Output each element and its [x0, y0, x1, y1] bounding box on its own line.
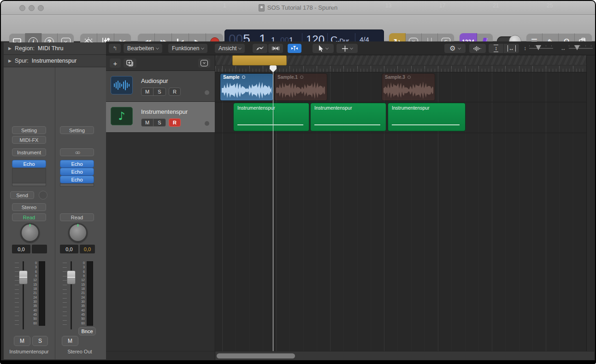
right-strip-mute-button[interactable]: M	[62, 336, 78, 346]
bounce-button[interactable]: Bnce	[78, 327, 96, 335]
waveform	[275, 80, 326, 100]
track-inspector-label: Spur:	[15, 58, 29, 64]
duplicate-track-button[interactable]	[124, 59, 136, 68]
track-mute-button[interactable]: M	[142, 88, 153, 95]
audio-region-sample-1[interactable]: Sample.1	[274, 73, 327, 101]
db-scale-value: 21	[30, 291, 37, 294]
left-fader-thumb[interactable]	[19, 270, 28, 284]
right-fader-thumb[interactable]	[67, 270, 76, 284]
chevron-down-icon	[325, 46, 328, 49]
vertical-scrollbar[interactable]	[586, 55, 594, 351]
playhead[interactable]	[273, 65, 273, 351]
catch-playhead-button[interactable]	[288, 44, 301, 53]
left-strip-insert-echo[interactable]: Echo	[12, 160, 46, 168]
view-menu[interactable]: Ansicht	[215, 44, 245, 53]
right-strip-pan-knob[interactable]	[68, 223, 88, 242]
left-strip-output-slot[interactable]: Stereo	[12, 203, 46, 211]
region-inspector-header[interactable]: ▶ Region: MIDI Thru	[4, 42, 106, 55]
horizontal-scrollbar-thumb[interactable]	[217, 353, 295, 358]
audio-region-sample[interactable]: Sample	[220, 73, 273, 101]
left-strip-automation-mode[interactable]: Read	[12, 213, 46, 221]
db-scale-value: 0	[30, 261, 37, 264]
horizontal-auto-zoom-button[interactable]: ↔	[504, 44, 519, 53]
left-strip-mute-button[interactable]: M	[14, 336, 30, 346]
edit-menu[interactable]: Bearbeiten	[124, 44, 162, 53]
vertical-zoom-thumb[interactable]	[536, 45, 541, 50]
ruler-bar-number: 13	[385, 2, 391, 9]
left-strip-solo-button[interactable]: S	[32, 336, 48, 346]
ruler-bar-number: 25	[547, 2, 553, 9]
track-solo-button[interactable]: S	[153, 119, 165, 126]
region-inspector-value: MIDI Thru	[38, 45, 63, 52]
right-strip-setting-button[interactable]: Setting	[60, 126, 94, 134]
left-strip-midi-fx-slot[interactable]: MIDI-FX	[12, 136, 46, 144]
db-scale-value: 15	[77, 283, 85, 286]
track-solo-button[interactable]: S	[153, 88, 165, 95]
logic-pro-window: SOS Tutorial 178 - Spuren i ?	[0, 0, 596, 364]
horizontal-scrollbar[interactable]	[215, 351, 594, 360]
db-scale-value: 50	[77, 317, 85, 320]
midi-region-instrumentenspur-2[interactable]: Instrumentenspur	[310, 103, 386, 131]
vertical-zoom-slider[interactable]: ↕	[524, 45, 553, 52]
right-strip-rack-scrollbar[interactable]	[60, 183, 94, 187]
right-strip-insert-echo-2[interactable]: Echo	[60, 168, 94, 176]
right-strip-gain-value[interactable]: 0,0	[80, 245, 95, 253]
horizontal-zoom-track[interactable]	[569, 48, 593, 49]
left-fader-scale-ticks	[15, 263, 19, 327]
left-strip-setting-button[interactable]: Setting	[12, 126, 46, 134]
functions-menu[interactable]: Funktionen	[168, 44, 207, 53]
left-strip-rack-scrollbar[interactable]	[12, 183, 46, 186]
midi-region-instrumentenspur-3[interactable]: Instrumentenspur	[388, 103, 466, 131]
add-track-button[interactable]: +	[110, 59, 121, 68]
horizontal-zoom-slider[interactable]: ↔	[561, 45, 593, 52]
minimize-window-button[interactable]	[29, 5, 35, 11]
track-header-options-button[interactable]	[198, 59, 210, 68]
left-strip-pan-value[interactable]: 0,0	[12, 245, 30, 253]
right-strip-format-button[interactable]: ○○	[60, 148, 94, 156]
right-strip-pan-value[interactable]: 0,0	[60, 245, 78, 253]
waveform	[221, 80, 272, 100]
left-strip-instrument-slot[interactable]: Instrument	[12, 148, 46, 156]
region-name-label: Sample	[223, 75, 240, 80]
cycle-region[interactable]	[232, 55, 287, 65]
audio-region-sample-3[interactable]: Sample.3	[382, 73, 435, 101]
right-strip-insert-echo-1[interactable]: Echo	[60, 160, 94, 168]
vertical-auto-zoom-button[interactable]: ↕	[489, 44, 504, 53]
automation-button[interactable]	[253, 44, 267, 53]
left-strip-send-knob[interactable]	[39, 191, 47, 200]
zoom-window-button[interactable]	[38, 5, 44, 11]
back-button[interactable]: ↰	[109, 44, 121, 53]
horizontal-zoom-thumb[interactable]	[574, 45, 580, 50]
midi-note	[392, 124, 460, 125]
track-inspector-header[interactable]: ▶ Spur: Instrumentenspur	[4, 55, 106, 67]
track-record-enable-button[interactable]: R	[169, 118, 181, 127]
db-scale-value: 15	[30, 283, 37, 286]
vertical-zoom-track[interactable]	[529, 48, 553, 49]
track-name: Instrumentenspur	[141, 108, 188, 115]
track-mute-button[interactable]: M	[142, 119, 153, 126]
region-inspector-label: Region:	[15, 45, 35, 52]
left-strip-gain-value[interactable]	[32, 245, 47, 253]
horizontal-zoom-slider-icon: ↔	[561, 45, 566, 52]
midi-region-instrumentenspur-1[interactable]: Instrumentenspur	[233, 103, 309, 131]
pointer-tool-menu[interactable]	[313, 44, 334, 53]
plus-icon: +	[113, 59, 118, 67]
track-row-audiospur[interactable]: Audiospur M S R	[106, 71, 215, 102]
track-row-instrumentenspur[interactable]: ♪ Instrumentenspur M S R	[106, 102, 215, 133]
right-strip-automation-mode[interactable]: Read	[60, 213, 94, 221]
left-level-meter	[39, 261, 45, 326]
secondary-tool-menu[interactable]	[336, 44, 358, 53]
right-strip-insert-echo-3[interactable]: Echo	[60, 176, 94, 183]
db-scale-value: 9	[77, 274, 85, 277]
close-window-button[interactable]	[19, 5, 25, 11]
functions-menu-label: Funktionen	[172, 45, 199, 52]
left-strip-send-slot[interactable]: Send	[10, 191, 34, 199]
flex-icon	[272, 46, 279, 51]
region-name-label: Instrumentenspur	[237, 105, 275, 111]
left-strip-pan-knob[interactable]	[20, 223, 40, 242]
track-record-enable-button[interactable]: R	[169, 88, 181, 96]
flex-button[interactable]	[268, 44, 283, 53]
disclosure-triangle-icon: ▶	[8, 46, 12, 51]
waveform-zoom-button[interactable]	[469, 44, 486, 53]
track-area-settings-menu[interactable]: ⚙	[444, 44, 466, 53]
